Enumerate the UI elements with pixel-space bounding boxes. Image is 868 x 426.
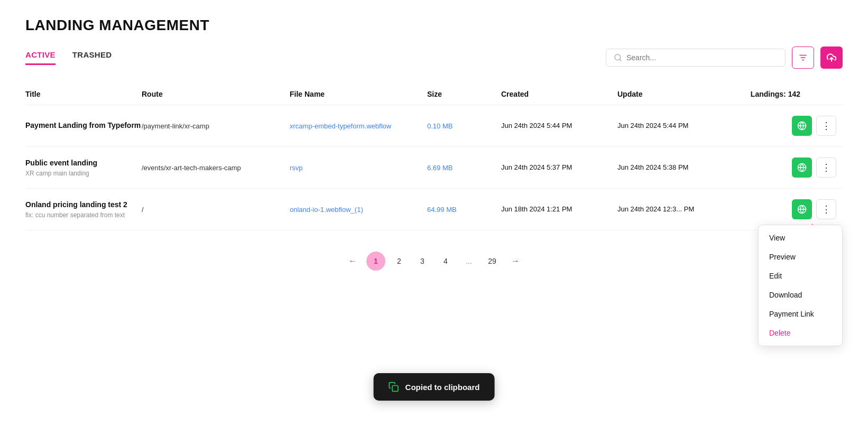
- search-input[interactable]: [626, 53, 778, 62]
- cell-title: Public event landing XR camp main landin…: [25, 158, 142, 177]
- clipboard-icon: [389, 382, 399, 392]
- cell-created: Jun 18th 2024 1:21 PM: [501, 204, 617, 215]
- globe-icon: [797, 163, 807, 172]
- cell-filename: xrcamp-embed-typeform.webflow: [290, 122, 427, 130]
- col-route: Route: [142, 90, 290, 98]
- table-header: Title Route File Name Size Created Updat…: [25, 86, 843, 105]
- toast-message: Copied to clipboard: [405, 383, 480, 392]
- pagination-page-1[interactable]: 1: [366, 252, 385, 271]
- cell-update: Jun 24th 2024 5:44 PM: [617, 121, 734, 131]
- globe-icon: [797, 205, 807, 214]
- toast-notification: Copied to clipboard: [374, 373, 495, 401]
- filter-icon: [798, 53, 808, 62]
- cell-actions: ⋮ View Preview Edit Download Payment Lin…: [734, 199, 843, 219]
- cell-actions: ⋮: [734, 116, 843, 136]
- pagination: ← 1 2 3 4 ... 29 →: [25, 252, 843, 271]
- col-update: Update: [617, 90, 734, 98]
- globe-button[interactable]: [792, 158, 812, 178]
- pagination-page-4[interactable]: 4: [436, 252, 455, 271]
- cell-route: /: [142, 206, 290, 214]
- dropdown-item-payment-link[interactable]: Payment Link: [759, 304, 842, 323]
- more-button[interactable]: ⋮: [816, 199, 836, 219]
- table-container: Title Route File Name Size Created Updat…: [25, 86, 843, 230]
- pagination-page-3[interactable]: 3: [413, 252, 432, 271]
- cell-route: /events/xr-art-tech-makers-camp: [142, 164, 290, 172]
- pagination-page-29[interactable]: 29: [483, 252, 502, 271]
- cell-update: Jun 24th 2024 12:3... PM: [617, 204, 734, 215]
- dropdown-item-edit[interactable]: Edit: [759, 266, 842, 285]
- pagination-page-2[interactable]: 2: [390, 252, 409, 271]
- cell-route: /payment-link/xr-camp: [142, 122, 290, 130]
- more-button[interactable]: ⋮: [816, 158, 836, 178]
- dropdown-item-delete[interactable]: Delete: [759, 323, 842, 342]
- dropdown-item-download[interactable]: Download: [759, 285, 842, 304]
- cell-size: 64.99 MB: [427, 206, 501, 214]
- tab-active[interactable]: ACTIVE: [25, 50, 56, 65]
- dropdown-menu: View Preview Edit Download Payment Link …: [758, 225, 843, 346]
- page-title: LANDING MANAGEMENT: [25, 17, 843, 34]
- search-icon: [614, 53, 622, 62]
- col-filename: File Name: [290, 90, 427, 98]
- svg-rect-13: [392, 386, 398, 392]
- svg-line-1: [620, 59, 621, 61]
- cell-title: Onland pricing landing test 2 fix: ccu n…: [25, 200, 142, 219]
- pagination-next[interactable]: →: [506, 252, 525, 271]
- dropdown-item-view[interactable]: View: [759, 228, 842, 247]
- pagination-dots: ...: [459, 252, 478, 271]
- cell-update: Jun 24th 2024 5:38 PM: [617, 162, 734, 173]
- cell-filename: onland-io-1.webflow_(1): [290, 206, 427, 214]
- cell-size: 6.69 MB: [427, 164, 501, 172]
- filter-button[interactable]: [792, 47, 814, 69]
- col-size: Size: [427, 90, 501, 98]
- globe-button[interactable]: [792, 199, 812, 219]
- col-created: Created: [501, 90, 617, 98]
- cell-filename: rsvp: [290, 164, 427, 172]
- search-box: [606, 49, 786, 67]
- cell-created: Jun 24th 2024 5:37 PM: [501, 162, 617, 173]
- upload-icon: [827, 53, 836, 62]
- tab-actions: [606, 47, 843, 69]
- pagination-prev[interactable]: ←: [343, 252, 362, 271]
- table-row: Onland pricing landing test 2 fix: ccu n…: [25, 189, 843, 230]
- cell-title: Payment Landing from Typeform: [25, 121, 142, 131]
- table-row: Payment Landing from Typeform /payment-l…: [25, 105, 843, 147]
- cell-created: Jun 24th 2024 5:44 PM: [501, 121, 617, 131]
- more-button[interactable]: ⋮: [816, 116, 836, 136]
- upload-button[interactable]: [820, 47, 843, 69]
- dropdown-item-preview[interactable]: Preview: [759, 247, 842, 266]
- globe-button[interactable]: [792, 116, 812, 136]
- table-row: Public event landing XR camp main landin…: [25, 147, 843, 189]
- col-landings: Landings: 142: [734, 90, 843, 98]
- tab-trashed[interactable]: TRASHED: [72, 50, 112, 65]
- tabs-row: ACTIVE TRASHED: [25, 47, 843, 69]
- globe-icon: [797, 121, 807, 131]
- cell-actions: ⋮: [734, 158, 843, 178]
- tabs-container: ACTIVE TRASHED: [25, 50, 112, 65]
- cell-size: 0.10 MB: [427, 122, 501, 130]
- col-title: Title: [25, 90, 142, 98]
